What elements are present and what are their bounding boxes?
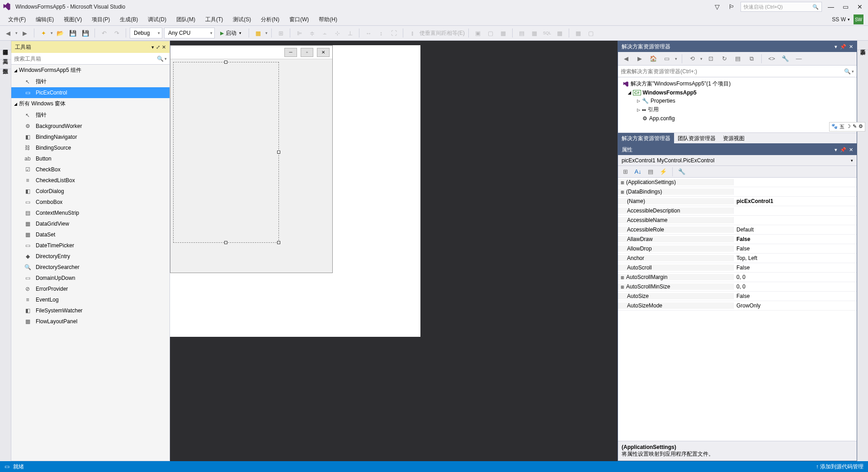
align-left-icon[interactable]: ⊫ xyxy=(294,28,305,38)
tab-diagnostics[interactable]: 诊断工具 xyxy=(857,41,868,50)
tab-resource-view[interactable]: 资源视图 xyxy=(719,133,748,143)
toolbox-item[interactable]: ▭DomainUpDown xyxy=(11,273,170,283)
menu-help[interactable]: 帮助(H) xyxy=(315,15,341,24)
form-close-button[interactable]: ✕ xyxy=(317,48,330,57)
toolbox-item[interactable]: ◧BindingNavigator xyxy=(11,132,170,142)
dropdown-icon[interactable]: ▾ xyxy=(151,44,154,50)
align-center-icon[interactable]: ≑ xyxy=(307,28,317,38)
close-icon[interactable]: ✕ xyxy=(162,44,166,50)
project-node[interactable]: ◢ C# WindowsFormsApp5 xyxy=(618,89,857,97)
property-row[interactable]: ⊞AutoScrollMinSize0, 0 xyxy=(618,282,857,292)
resize-handle[interactable] xyxy=(277,151,280,154)
pin-icon[interactable]: 📌 xyxy=(840,147,846,153)
code-icon[interactable]: <> xyxy=(766,53,777,64)
menu-project[interactable]: 项目(P) xyxy=(88,15,113,24)
toolbox-item[interactable]: ▦DataSet xyxy=(11,229,170,240)
close-icon[interactable]: ✕ xyxy=(849,147,853,153)
toolbox-item[interactable]: ▭DateTimePicker xyxy=(11,240,170,251)
tree-node[interactable]: ▷▪▪引用 xyxy=(618,105,857,114)
property-row[interactable]: AutoScrollFalse xyxy=(618,263,857,273)
toolbox-item[interactable]: ☑CheckBox xyxy=(11,164,170,175)
menu-window[interactable]: 窗口(W) xyxy=(286,15,312,24)
form-maximize-button[interactable]: ▫ xyxy=(301,48,313,57)
events-icon[interactable]: ⚡ xyxy=(658,166,669,177)
wrench-icon[interactable]: 🔧 xyxy=(676,166,687,177)
last1-icon[interactable]: ▦ xyxy=(573,28,584,38)
undo-button[interactable]: ↶ xyxy=(99,28,109,38)
tab-solution-explorer[interactable]: 解决方案资源管理器 xyxy=(618,133,674,143)
dropdown-icon[interactable]: ▾ xyxy=(835,44,837,50)
toolbox-item[interactable]: ▭ComboBox xyxy=(11,197,170,208)
menu-debug[interactable]: 调试(D) xyxy=(144,15,170,24)
form-window[interactable]: ─ ▫ ✕ xyxy=(170,45,333,273)
toolbox-item[interactable]: ◧FileSystemWatcher xyxy=(11,305,170,316)
property-row[interactable]: AllawDrawFalse xyxy=(618,235,857,244)
bring-front-icon[interactable]: ▣ xyxy=(472,28,483,38)
tool-icon[interactable]: ▦ xyxy=(253,28,264,38)
solution-search-input[interactable] xyxy=(621,68,844,75)
misc-icon[interactable]: ▦ xyxy=(498,28,509,38)
platform-combo[interactable]: Any CPU xyxy=(164,28,215,38)
last2-icon[interactable]: ▢ xyxy=(585,28,596,38)
nav-back-button[interactable]: ◀ xyxy=(3,28,14,38)
send-back-icon[interactable]: ▢ xyxy=(485,28,496,38)
resize-handle[interactable] xyxy=(224,241,227,244)
property-row[interactable]: AccessibleDescription xyxy=(618,206,857,216)
quick-launch-input[interactable]: 快速启动 (Ctrl+Q) 🔍 xyxy=(741,2,822,12)
toolbox-item[interactable]: ≡CheckedListBox xyxy=(11,175,170,186)
property-row[interactable]: ⊞(DataBindings) xyxy=(618,187,857,197)
toolbox-item[interactable]: ≡EventLog xyxy=(11,294,170,305)
toolbox-item[interactable]: ⊘ErrorProvider xyxy=(11,283,170,294)
db3-icon[interactable]: ▦ xyxy=(554,28,565,38)
toolbox-item[interactable]: ▦FlowLayoutPanel xyxy=(11,316,170,327)
menu-test[interactable]: 测试(S) xyxy=(229,15,255,24)
user-label[interactable]: SS W xyxy=(832,16,846,23)
wrench-icon[interactable]: 🔧 xyxy=(780,53,791,64)
align-bottom-icon[interactable]: ⊥ xyxy=(344,28,355,38)
toolbox-group[interactable]: ◢所有 Windows 窗体 xyxy=(11,98,170,109)
selected-control[interactable] xyxy=(173,62,279,243)
menu-edit[interactable]: 编辑(E) xyxy=(32,15,57,24)
minimize-button[interactable]: — xyxy=(826,1,836,12)
size-both-icon[interactable]: ⛶ xyxy=(388,28,399,38)
menu-view[interactable]: 视图(V) xyxy=(60,15,85,24)
property-row[interactable]: ⊞(ApplicationSettings) xyxy=(618,178,857,187)
toolbox-item[interactable]: ⚙BackgroundWorker xyxy=(11,121,170,132)
filter-icon[interactable]: ▽ xyxy=(712,1,722,12)
toolbox-group[interactable]: ◢WindowsFormsApp5 组件 xyxy=(11,65,170,76)
start-button[interactable]: ▶启动▾ xyxy=(217,28,245,38)
collapse-icon[interactable]: ⟲ xyxy=(687,53,698,64)
menu-team[interactable]: 团队(M) xyxy=(173,15,199,24)
menu-build[interactable]: 生成(B) xyxy=(116,15,142,24)
refresh-icon[interactable]: ↻ xyxy=(719,53,730,64)
properties-grid[interactable]: ⊞(ApplicationSettings)⊞(DataBindings)(Na… xyxy=(618,178,857,441)
pin-icon[interactable]: ⤢ xyxy=(156,44,160,50)
close-button[interactable]: ✕ xyxy=(854,1,865,12)
db-icon[interactable]: ▤ xyxy=(516,28,527,38)
align-top-icon[interactable]: ⫠ xyxy=(319,28,330,38)
maximize-button[interactable]: ▭ xyxy=(840,1,851,12)
tab-toolbox[interactable]: 工具箱 xyxy=(0,50,11,60)
tab-team-explorer[interactable]: 团队资源管理器 xyxy=(674,133,719,143)
properties-object-selector[interactable]: picExControl1 MyControl.PicExControl ▾ xyxy=(618,155,857,166)
pin-icon[interactable]: 📌 xyxy=(840,44,846,50)
property-row[interactable]: AnchorTop, Left xyxy=(618,254,857,263)
db2-icon[interactable]: ▦ xyxy=(529,28,540,38)
back-icon[interactable]: ◀ xyxy=(621,53,632,64)
toolbox-item[interactable]: 🔍DirectorySearcher xyxy=(11,262,170,273)
toolbox-item[interactable]: ▭PicExControl xyxy=(11,87,170,98)
menu-tools[interactable]: 工具(T) xyxy=(202,15,226,24)
property-row[interactable]: AutoSizeModeGrowOnly xyxy=(618,301,857,311)
open-button[interactable]: 📂 xyxy=(55,28,66,38)
align-middle-icon[interactable]: ⊹ xyxy=(332,28,343,38)
spacing-text[interactable]: 使垂直间距相等(E) xyxy=(420,29,465,37)
solution-search[interactable]: 🔍 ▾ xyxy=(618,66,857,77)
notifications-icon[interactable]: 🏳 xyxy=(726,1,737,12)
property-row[interactable]: AllowDropFalse xyxy=(618,244,857,254)
save-button[interactable]: 💾 xyxy=(67,28,78,38)
float-badges[interactable]: 🐾五☽✎⚙ xyxy=(829,122,865,132)
sync-icon[interactable]: ▭ xyxy=(661,53,672,64)
scope-icon[interactable]: ⊡ xyxy=(705,53,716,64)
property-row[interactable]: AccessibleRoleDefault xyxy=(618,225,857,235)
categorized-icon[interactable]: ⊞ xyxy=(620,166,631,177)
